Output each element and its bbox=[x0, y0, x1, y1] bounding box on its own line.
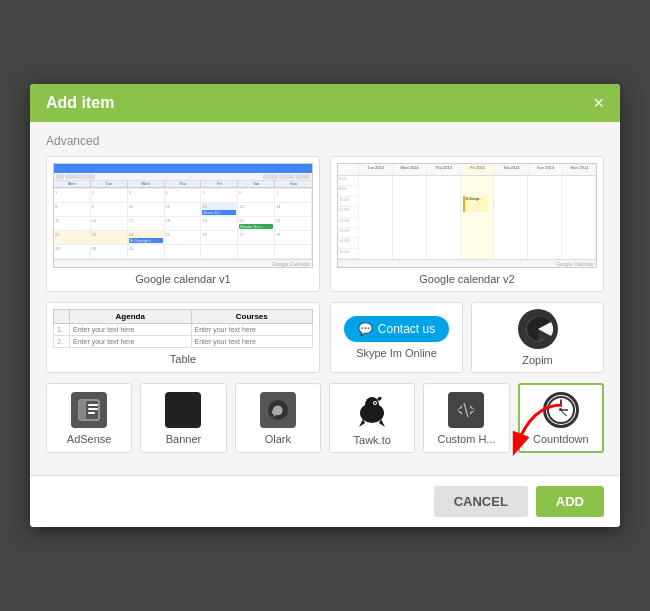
olark-widget[interactable]: Olark bbox=[235, 383, 321, 453]
modal-footer: CANCEL ADD bbox=[30, 475, 620, 527]
zopim-label: Zopim bbox=[522, 354, 553, 366]
modal-title: Add item bbox=[46, 94, 114, 112]
countdown-icon bbox=[543, 392, 579, 428]
modal-header: Add item × bbox=[30, 84, 620, 122]
adsense-widget[interactable]: AdSense bbox=[46, 383, 132, 453]
olark-label: Olark bbox=[265, 433, 291, 445]
table-label: Table bbox=[170, 353, 196, 365]
table-col2: Courses bbox=[191, 310, 313, 324]
skype-label: Skype Im Online bbox=[356, 347, 437, 359]
skype-card[interactable]: 💬 Contact us Skype Im Online bbox=[330, 302, 463, 373]
tawkto-icon bbox=[353, 391, 391, 429]
gcal-v1-label: Google calendar v1 bbox=[135, 273, 230, 285]
adsense-label: AdSense bbox=[67, 433, 112, 445]
olark-icon bbox=[260, 392, 296, 428]
tawkto-label: Tawk.to bbox=[354, 434, 391, 446]
banner-widget[interactable]: Banner bbox=[140, 383, 226, 453]
svg-rect-4 bbox=[88, 408, 98, 410]
table-row2-c2: Enter your text here bbox=[191, 336, 313, 348]
gcal-v1-card[interactable]: Mon Tue Wed Thu Fri Sat Sun 1234567 8910… bbox=[46, 156, 320, 292]
gcal-v2-preview: Tue 2014 Wed 2014 Thu 2014 Fri 2014 Sat … bbox=[337, 163, 597, 268]
banner-label: Banner bbox=[166, 433, 201, 445]
customhtml-icon bbox=[448, 392, 484, 428]
svg-rect-5 bbox=[88, 412, 95, 414]
adsense-icon bbox=[71, 392, 107, 428]
table-row2-c1: Enter your text here bbox=[70, 336, 192, 348]
countdown-label: Countdown bbox=[533, 433, 589, 445]
svg-rect-2 bbox=[79, 400, 86, 420]
svg-point-10 bbox=[374, 402, 376, 404]
svg-line-11 bbox=[464, 403, 468, 417]
middle-row: Agenda Courses 1. Enter your text here E… bbox=[46, 302, 604, 373]
customhtml-label: Custom H... bbox=[437, 433, 495, 445]
gcal-v2-label: Google calendar v2 bbox=[419, 273, 514, 285]
top-row: Mon Tue Wed Thu Fri Sat Sun 1234567 8910… bbox=[46, 156, 604, 292]
banner-icon bbox=[165, 392, 201, 428]
table-row1-c1: Enter your text here bbox=[70, 324, 192, 336]
gcal-v1-preview: Mon Tue Wed Thu Fri Sat Sun 1234567 8910… bbox=[53, 163, 313, 268]
customhtml-widget[interactable]: Custom H... bbox=[423, 383, 509, 453]
advanced-label: Advanced bbox=[46, 134, 604, 148]
table-row1-c2: Enter your text here bbox=[191, 324, 313, 336]
svg-point-8 bbox=[365, 397, 379, 413]
cancel-button[interactable]: CANCEL bbox=[434, 486, 528, 517]
tawkto-widget[interactable]: Tawk.to bbox=[329, 383, 415, 453]
countdown-widget[interactable]: Countdown bbox=[518, 383, 604, 453]
svg-rect-3 bbox=[88, 404, 98, 406]
zopim-card[interactable]: Zopim bbox=[471, 302, 604, 373]
skype-contact-btn: 💬 Contact us bbox=[344, 316, 449, 342]
table-preview: Agenda Courses 1. Enter your text here E… bbox=[53, 309, 313, 348]
close-button[interactable]: × bbox=[593, 94, 604, 112]
widget-row: AdSense Banner Olark bbox=[46, 383, 604, 453]
modal-body: Advanced bbox=[30, 122, 620, 475]
zopim-icon bbox=[518, 309, 558, 349]
right-cards: 💬 Contact us Skype Im Online bbox=[330, 302, 604, 373]
table-card[interactable]: Agenda Courses 1. Enter your text here E… bbox=[46, 302, 320, 373]
gcal-v2-card[interactable]: Tue 2014 Wed 2014 Thu 2014 Fri 2014 Sat … bbox=[330, 156, 604, 292]
add-button[interactable]: ADD bbox=[536, 486, 604, 517]
table-col1: Agenda bbox=[70, 310, 192, 324]
